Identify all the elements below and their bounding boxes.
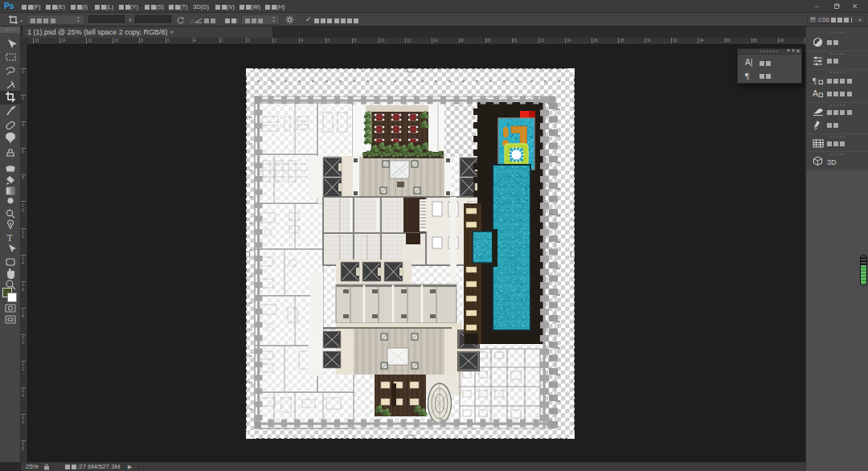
svg-text:¶: ¶ <box>813 76 817 85</box>
svg-text:T: T <box>7 232 14 244</box>
svg-text:A: A <box>813 89 818 98</box>
